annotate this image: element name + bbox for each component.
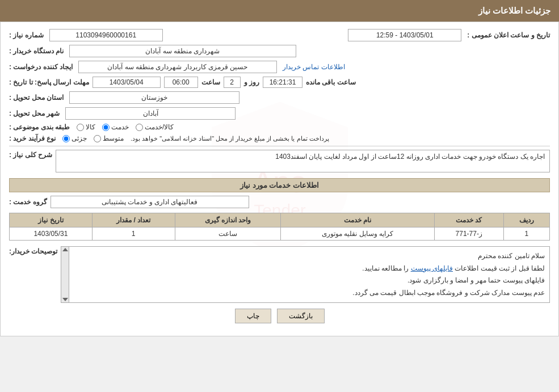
radio-kala[interactable] <box>77 124 84 131</box>
scroll-down-arrow[interactable] <box>62 298 68 301</box>
sharh-label: شرح کلی نیاز : <box>9 151 52 159</box>
tabaqe-kala-label: کالا <box>86 123 95 131</box>
file-link[interactable]: فایلهای پیوست <box>411 264 453 272</box>
back-button[interactable]: بازگشت <box>277 309 325 323</box>
saat-label: ساعت <box>201 78 220 86</box>
sharh-box: اجاره یک دستگاه خودرو جهت خدمات اداری رو… <box>56 150 550 172</box>
buyer-notes-box: سلام تامین کننده محترم لطفا قبل از ثبت ق… <box>61 246 550 303</box>
radio-khadamat[interactable] <box>102 124 110 131</box>
cell-code: ز-77-771 <box>434 227 503 241</box>
print-button[interactable]: چاپ <box>235 309 271 323</box>
buyer-label: توصیحات خریدار: <box>9 247 57 255</box>
scroll-up-arrow[interactable] <box>62 248 68 251</box>
cell-unit: ساعت <box>175 227 281 241</box>
tabaqe-kala-khadamat[interactable]: کالا/خدمت <box>136 123 174 131</box>
tabaqe-kala[interactable]: کالا <box>77 123 95 131</box>
cell-date: 1403/05/31 <box>10 227 93 241</box>
col-unit: واحد اندازه گیری <box>175 213 281 227</box>
cell-radif: 1 <box>503 227 549 241</box>
service-table: ردیف کد خدمت نام خدمت واحد اندازه گیری ت… <box>9 213 550 241</box>
baghimande-value: 16:21:31 <box>263 77 302 88</box>
sharh-value: اجاره یک دستگاه خودرو جهت خدمات اداری رو… <box>275 153 545 161</box>
ijad-konande-value: حسین قرمزی کاربردار شهرداری منطقه سه آبا… <box>78 61 277 73</box>
nam-dastgah-value: شهرداری منطقه سه آبادان <box>69 45 296 57</box>
farayand-desc: پرداخت تمام یا بخشی از مبلغ خریدار از مح… <box>131 135 329 142</box>
tabaqe-khadamat[interactable]: خدمت <box>102 123 129 131</box>
col-name: نام خدمت <box>281 213 435 227</box>
shahr-value: آبادان <box>65 107 236 120</box>
shomare-niaz-label: شماره نیاز : <box>9 31 44 39</box>
tarikh-elan-value: 1403/05/01 - 12:59 <box>348 29 461 41</box>
farayand-motavaset-label: متوسط <box>103 134 124 142</box>
tabaqe-label: طبقه بندی موضوعی : <box>9 123 70 131</box>
radio-motavaset[interactable] <box>94 135 101 142</box>
grooh-khadamat-label: گروه خدمت : <box>9 198 47 206</box>
scroll-bar[interactable] <box>61 247 69 302</box>
page-title: جزئیات اطلاعات نیاز <box>478 6 550 15</box>
action-buttons: بازگشت چاپ <box>9 309 550 323</box>
baghimande-label: ساعت باقی مانده <box>306 78 356 86</box>
note-line-1: سلام تامین کننده محترم <box>74 250 545 263</box>
tarikh-elan-label: تاریخ و ساعت اعلان عمومی : <box>467 31 550 39</box>
ostan-value: خوزستان <box>69 91 239 104</box>
cell-amount: 1 <box>92 227 175 241</box>
col-amount: تعداد / مقدار <box>92 213 175 227</box>
note-line-4: عدم پیوست مدارک شرکت و فروشگاه موجب ابطا… <box>74 287 545 300</box>
radio-kala-khadamat[interactable] <box>136 124 143 131</box>
farayand-label: نوع فرآیند خرید : <box>9 134 56 142</box>
rooz-value: 2 <box>224 77 241 88</box>
table-row: 1 ز-77-771 کرایه وسایل نقلیه موتوری ساعت… <box>10 227 550 241</box>
contact-link[interactable]: اطلاعات تماس خریدار <box>283 63 345 71</box>
buyer-notes-content: سلام تامین کننده محترم لطفا قبل از ثبت ق… <box>74 250 545 299</box>
farayand-motavaset[interactable]: متوسط <box>94 134 124 142</box>
farayand-jozi[interactable]: جزئی <box>62 134 87 142</box>
ijad-konande-label: ایجاد کننده درخواست : <box>9 63 73 71</box>
col-radif: ردیف <box>503 213 549 227</box>
saat-value: 06:00 <box>164 77 198 88</box>
khadamat-section-title: اطلاعات خدمات مورد نیاز <box>9 178 550 192</box>
rooz-label: روز و <box>244 78 259 86</box>
col-date: تاریخ نیاز <box>10 213 93 227</box>
ostan-label: استان محل تحویل : <box>9 94 64 102</box>
tabaqe-kala-khadamat-label: کالا/خدمت <box>145 123 174 131</box>
shahr-label: شهر محل تحویل : <box>9 109 60 117</box>
col-code: کد خدمت <box>434 213 503 227</box>
grooh-khadamat-value: فعالیتهای اداری و خدمات پشتیبانی <box>51 196 249 208</box>
nam-dastgah-label: نام دستگاه خریدار : <box>9 47 64 55</box>
page-header: جزئیات اطلاعات نیاز <box>0 0 559 22</box>
note-line-2: لطفا قبل از ثبت قیمت اطلاعات فایلهای پیو… <box>74 263 545 275</box>
shomare-niaz-value: 1103094960000161 <box>49 29 163 41</box>
farayand-jozi-label: جزئی <box>72 134 87 142</box>
tabaqe-khadamat-label: خدمت <box>111 123 129 131</box>
divider1 <box>9 146 550 146</box>
date-value: 1403/05/04 <box>93 77 161 88</box>
cell-name: کرایه وسایل نقلیه موتوری <box>281 227 435 241</box>
mohlat-label: مهلت ارسال پاسخ: تا تاریخ : <box>9 78 89 86</box>
radio-jozi[interactable] <box>62 135 70 142</box>
note-line-3: فایلهای پیوست حتما مهر و امضا و بارگزاری… <box>74 275 545 287</box>
